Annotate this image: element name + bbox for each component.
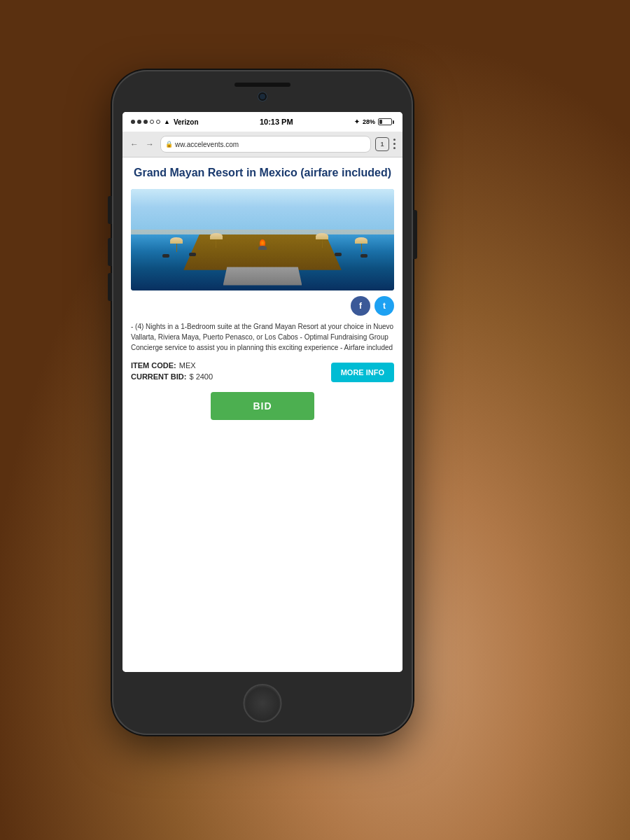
url-text: ww.accelevents.com (175, 141, 239, 148)
umbrella-pole-3 (322, 239, 323, 248)
resort-fire (258, 240, 267, 250)
bluetooth-icon: ✦ (354, 118, 360, 125)
wifi-icon: ▲ (164, 118, 170, 125)
umbrella-4 (355, 237, 368, 252)
phone-top (234, 83, 290, 101)
browser-bar: ← → 🔒 ww.accelevents.com 1 (122, 132, 402, 158)
item-code-value: MEX (179, 361, 196, 370)
url-bar[interactable]: 🔒 ww.accelevents.com (160, 136, 371, 153)
more-info-button[interactable]: MORE INFO (331, 363, 394, 382)
screen: ▲ Verizon 10:13 PM ✦ 28% (122, 112, 402, 672)
phone-frame: ▲ Verizon 10:13 PM ✦ 28% (112, 70, 413, 735)
umbrella-1 (170, 237, 183, 252)
item-info: ITEM CODE: MEX CURRENT BID: $ 2400 (131, 361, 326, 384)
umbrella-top-1 (170, 237, 183, 244)
battery-percent: 28% (363, 118, 375, 125)
umbrella-pole-4 (361, 244, 362, 252)
umbrella-top-2 (210, 233, 223, 239)
scene: ▲ Verizon 10:13 PM ✦ 28% (0, 0, 630, 840)
back-button[interactable]: ← (128, 138, 141, 150)
status-bar: ▲ Verizon 10:13 PM ✦ 28% (122, 112, 402, 132)
resort-steps (223, 267, 302, 285)
web-content: Grand Mayan Resort in Mexico (airfare in… (122, 158, 402, 672)
current-bid-row: CURRENT BID: $ 2400 (131, 372, 326, 381)
umbrella-top-4 (355, 237, 368, 244)
social-icons: f t (131, 296, 394, 316)
chair-2 (189, 253, 196, 256)
battery-fill (379, 120, 382, 124)
lock-icon: 🔒 (165, 141, 173, 148)
browser-nav: ← → (128, 138, 156, 150)
signal-dot-5 (156, 120, 160, 124)
battery-indicator (378, 118, 394, 125)
camera (258, 92, 267, 101)
bid-section: BID (131, 392, 394, 420)
item-details: ITEM CODE: MEX CURRENT BID: $ 2400 MORE … (131, 361, 394, 384)
forward-button[interactable]: → (144, 138, 156, 150)
battery-tip (393, 120, 394, 124)
carrier-text: Verizon (174, 118, 199, 126)
signal-dot-2 (137, 120, 141, 124)
umbrella-2 (210, 233, 223, 248)
signal-dot-3 (144, 120, 148, 124)
status-left: ▲ Verizon (131, 118, 199, 126)
status-right: ✦ 28% (354, 118, 394, 125)
battery-body (378, 118, 392, 125)
menu-dot-2 (393, 143, 396, 145)
home-button[interactable] (244, 684, 282, 722)
browser-actions: 1 (375, 137, 397, 151)
menu-dot-3 (393, 147, 396, 149)
item-code-label: ITEM CODE: (131, 361, 176, 370)
current-bid-label: CURRENT BID: (131, 372, 186, 381)
chair-1 (162, 254, 169, 258)
signal-dot-1 (131, 120, 135, 124)
bid-button[interactable]: BID (211, 392, 314, 420)
status-time: 10:13 PM (260, 118, 293, 126)
umbrella-pole-2 (216, 239, 216, 248)
chair-4 (360, 254, 368, 258)
chair-3 (335, 253, 342, 256)
page-title: Grand Mayan Resort in Mexico (airfare in… (131, 166, 394, 181)
speaker (234, 83, 290, 87)
umbrella-pole-1 (176, 244, 177, 252)
fire-base (258, 246, 267, 250)
signal-dot-4 (150, 120, 154, 124)
current-bid-value: $ 2400 (189, 372, 213, 381)
resort-sky (131, 189, 394, 234)
resort-image (131, 189, 394, 290)
menu-dot-1 (393, 139, 396, 141)
facebook-button[interactable]: f (351, 296, 370, 316)
twitter-button[interactable]: t (374, 296, 394, 316)
umbrella-3 (316, 233, 328, 248)
tab-button[interactable]: 1 (375, 137, 389, 151)
menu-button[interactable] (392, 137, 397, 151)
umbrella-top-3 (316, 233, 328, 239)
item-description: - (4) Nights in a 1-Bedroom suite at the… (131, 321, 394, 353)
item-code-row: ITEM CODE: MEX (131, 361, 326, 370)
